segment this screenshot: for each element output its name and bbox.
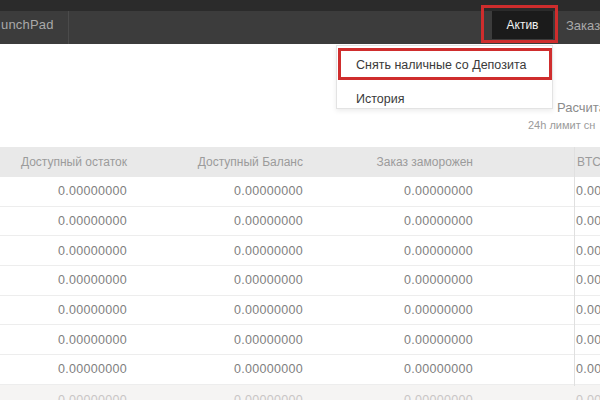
cell-order-frozen: 0.00000000 — [303, 184, 473, 198]
table-row: 0.00000000 0.00000000 0.00000000 0.00000… — [0, 236, 600, 266]
table-row: 0.00000000 0.00000000 0.00000000 0.00000… — [0, 325, 600, 355]
assets-dropdown-menu: Снять наличные со Депозита История — [336, 45, 553, 109]
header-available-remainder: Доступный остаток — [0, 155, 127, 169]
top-nav-bar: unchPad Актив Заказ — [0, 0, 600, 44]
cell-btc-value: 0.00000000 — [473, 362, 600, 376]
cell-available-balance: 0.00000000 — [127, 244, 303, 258]
cell-btc-value: 0.00000000 — [473, 303, 600, 317]
cell-available-remainder: 0.00000000 — [0, 303, 127, 317]
withdraw-limit-label: 24h лимит сн — [528, 119, 595, 131]
cell-order-frozen: 0.00000000 — [303, 333, 473, 347]
screen: unchPad Актив Заказ Снять наличные со Де… — [0, 0, 600, 400]
cell-available-balance: 0.00000000 — [127, 333, 303, 347]
cell-btc-value: 0.00000000 — [473, 333, 600, 347]
cell-btc-value: 0.00000000 — [473, 393, 600, 400]
header-btc-value: BTC — [473, 155, 600, 169]
nav-item-orders[interactable]: Заказ — [566, 18, 600, 33]
cell-available-remainder: 0.00000000 — [0, 333, 127, 347]
header-available-balance: Доступный Баланс — [127, 155, 303, 169]
window-top-strip — [0, 0, 600, 11]
cell-btc-value: 0.00000000 — [473, 214, 600, 228]
cell-available-remainder: 0.00000000 — [0, 244, 127, 258]
cell-available-remainder: 0.00000000 — [0, 362, 127, 376]
table-row: 0.00000000 0.00000000 0.00000000 0.00000… — [0, 385, 600, 400]
cell-available-balance: 0.00000000 — [127, 362, 303, 376]
table-row: 0.00000000 0.00000000 0.00000000 0.00000… — [0, 355, 600, 385]
cell-available-remainder: 0.00000000 — [0, 214, 127, 228]
cell-available-remainder: 0.00000000 — [0, 393, 127, 400]
menu-item-history[interactable]: История — [337, 84, 552, 114]
table-row: 0.00000000 0.00000000 0.00000000 0.00000… — [0, 296, 600, 326]
estimate-label: Расчита — [557, 100, 600, 115]
cell-order-frozen: 0.00000000 — [303, 303, 473, 317]
cell-available-balance: 0.00000000 — [127, 184, 303, 198]
cell-available-balance: 0.00000000 — [127, 273, 303, 287]
balances-table: Доступный остаток Доступный Баланс Заказ… — [0, 147, 600, 400]
table-header-row: Доступный остаток Доступный Баланс Заказ… — [0, 147, 600, 177]
cell-order-frozen: 0.00000000 — [303, 393, 473, 400]
cell-order-frozen: 0.00000000 — [303, 214, 473, 228]
cell-available-balance: 0.00000000 — [127, 214, 303, 228]
table-body: 0.00000000 0.00000000 0.00000000 0.00000… — [0, 177, 600, 400]
cell-order-frozen: 0.00000000 — [303, 244, 473, 258]
header-order-frozen: Заказ заморожен — [303, 155, 473, 169]
cell-available-remainder: 0.00000000 — [0, 184, 127, 198]
brand-logo-launchpad[interactable]: unchPad — [1, 17, 54, 32]
cell-available-balance: 0.00000000 — [127, 393, 303, 400]
cell-available-remainder: 0.00000000 — [0, 273, 127, 287]
cell-order-frozen: 0.00000000 — [303, 362, 473, 376]
cell-btc-value: 0.00000000 — [473, 184, 600, 198]
cell-available-balance: 0.00000000 — [127, 303, 303, 317]
nav-divider — [68, 11, 69, 44]
cell-order-frozen: 0.00000000 — [303, 273, 473, 287]
table-row: 0.00000000 0.00000000 0.00000000 0.00000… — [0, 266, 600, 296]
table-row: 0.00000000 0.00000000 0.00000000 0.00000… — [0, 177, 600, 207]
table-row: 0.00000000 0.00000000 0.00000000 0.00000… — [0, 207, 600, 237]
cell-btc-value: 0.00000000 — [473, 244, 600, 258]
menu-item-withdraw-from-deposit[interactable]: Снять наличные со Депозита — [337, 50, 552, 80]
cell-btc-value: 0.00000000 — [473, 273, 600, 287]
btc-column-divider — [574, 147, 575, 386]
nav-item-assets-label: Актив — [507, 18, 539, 32]
nav-item-assets[interactable]: Актив — [492, 11, 553, 39]
